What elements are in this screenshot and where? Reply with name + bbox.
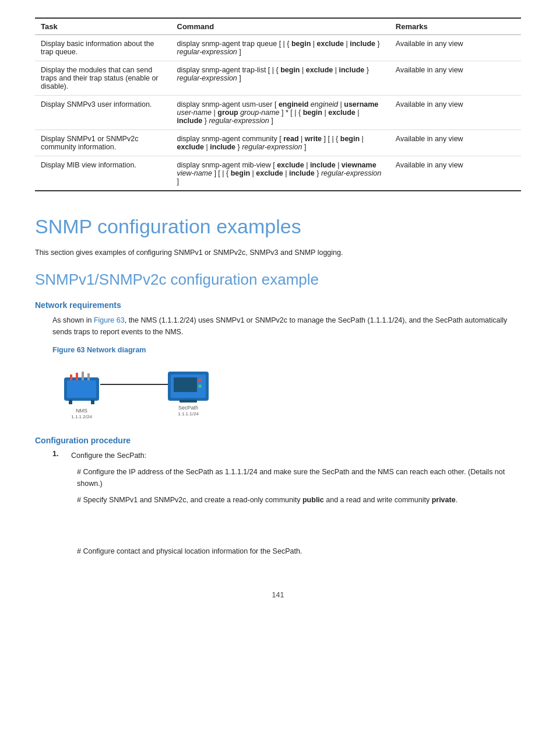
svg-rect-4 <box>82 372 84 380</box>
svg-text:SecPath: SecPath <box>178 405 198 411</box>
step-1-sub-0: # Configure the IP address of the SecPat… <box>77 466 521 489</box>
table-row: Display the modules that can send traps … <box>35 61 521 96</box>
config-proc-heading: Configuration procedure <box>35 436 521 445</box>
table-cell-task: Display SNMPv3 user information. <box>35 96 171 130</box>
command-table: Task Command Remarks Display basic infor… <box>35 18 521 191</box>
table-row: Display SNMPv3 user information.display … <box>35 96 521 130</box>
svg-rect-3 <box>76 373 78 380</box>
table-cell-remarks: Available in any view <box>390 35 521 61</box>
table-row: Display basic information about the trap… <box>35 35 521 61</box>
table-cell-command: display snmp-agent community [ read | wr… <box>171 130 390 156</box>
config-steps: 1. Configure the SecPath: # Configure th… <box>52 450 521 562</box>
svg-rect-12 <box>174 377 197 392</box>
step-1: 1. Configure the SecPath: # Configure th… <box>52 450 521 562</box>
subsection-title: SNMPv1/SNMPv2c configuration example <box>35 270 521 290</box>
svg-text:1.1.1.2/24: 1.1.1.2/24 <box>71 414 92 418</box>
table-cell-command: display snmp-agent usm-user [ engineid e… <box>171 96 390 130</box>
svg-rect-5 <box>87 373 90 380</box>
step-1-body: Configure the SecPath: # Configure the I… <box>71 450 521 562</box>
svg-rect-2 <box>70 374 72 380</box>
svg-text:NMS: NMS <box>76 408 87 414</box>
table-cell-command: display snmp-agent trap queue [ | { begi… <box>171 35 390 61</box>
table-cell-remarks: Available in any view <box>390 156 521 191</box>
svg-rect-6 <box>69 400 72 404</box>
table-row: Display MIB view information.display snm… <box>35 156 521 191</box>
step-1-label: Configure the SecPath: <box>71 450 521 461</box>
network-req-text: As shown in Figure 63, the NMS (1.1.1.2/… <box>52 314 521 338</box>
svg-text:1.1.1.1/24: 1.1.1.1/24 <box>178 411 199 416</box>
table-cell-task: Display SNMPv1 or SNMPv2c community info… <box>35 130 171 156</box>
svg-point-14 <box>198 384 202 388</box>
page-number: 141 <box>35 591 521 599</box>
table-header-task: Task <box>35 18 171 35</box>
figure-caption: Figure 63 Network diagram <box>52 346 521 354</box>
figure-63-link[interactable]: Figure 63 <box>94 316 125 324</box>
table-cell-command: display snmp-agent trap-list [ | { begin… <box>171 61 390 96</box>
table-cell-command: display snmp-agent mib-view [ exclude | … <box>171 156 390 191</box>
section-title: SNMP configuration examples <box>35 215 521 239</box>
svg-rect-15 <box>180 400 197 402</box>
table-cell-remarks: Available in any view <box>390 130 521 156</box>
intro-text: This section gives examples of configuri… <box>35 247 521 258</box>
table-header-command: Command <box>171 18 390 35</box>
table-row: Display SNMPv1 or SNMPv2c community info… <box>35 130 521 156</box>
table-cell-task: Display MIB view information. <box>35 156 171 191</box>
svg-point-13 <box>198 379 202 382</box>
network-diagram-figure: NMS 1.1.1.2/24 SecPath 1.1.1.1/24 <box>52 360 521 418</box>
svg-rect-1 <box>67 380 96 398</box>
table-cell-remarks: Available in any view <box>390 96 521 130</box>
table-header-remarks: Remarks <box>390 18 521 35</box>
table-cell-task: Display basic information about the trap… <box>35 35 171 61</box>
table-cell-remarks: Available in any view <box>390 61 521 96</box>
network-req-heading: Network requirements <box>35 300 521 310</box>
step-1-number: 1. <box>52 450 65 562</box>
step-1-sub-1: # Specify SNMPv1 and SNMPv2c, and create… <box>77 494 521 506</box>
step-1-sub: # Configure the IP address of the SecPat… <box>77 466 521 557</box>
table-cell-task: Display the modules that can send traps … <box>35 61 171 96</box>
step-1-sub-2: # Configure contact and physical locatio… <box>77 545 521 557</box>
network-diagram-svg: NMS 1.1.1.2/24 SecPath 1.1.1.1/24 <box>52 360 239 418</box>
svg-rect-7 <box>91 400 94 404</box>
